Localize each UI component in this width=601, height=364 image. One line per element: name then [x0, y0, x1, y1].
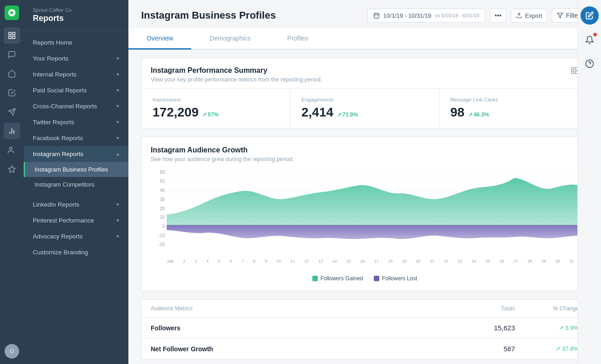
- tab-overview[interactable]: Overview: [128, 28, 191, 50]
- user-avatar[interactable]: U: [5, 344, 19, 359]
- metrics-row: Impressions 172,209 57% Engagements 2,41…: [142, 88, 588, 128]
- main-content: Instagram Business Profiles 10/1/19 - 10…: [128, 0, 601, 364]
- svg-rect-20: [571, 71, 574, 74]
- company-name: Sprout Coffee Co.: [33, 7, 119, 13]
- svg-rect-18: [571, 67, 574, 70]
- chart-title: Instagram Audience Growth: [151, 146, 579, 154]
- table-row: Net Follower Growth 587 37.8%: [142, 339, 588, 359]
- sidebar-item-customize-branding[interactable]: Customize Branding: [24, 244, 128, 260]
- legend-teal-dot: [312, 276, 318, 281]
- nav-reviews-icon[interactable]: [4, 161, 20, 177]
- sidebar-header: Sprout Coffee Co. Reports: [24, 0, 128, 31]
- section-title: Reports: [33, 14, 119, 23]
- x-axis: 1 2 3 4 5 6 7 8 9 10 11 12 13 14: [167, 256, 579, 270]
- filter-icon: [557, 12, 563, 19]
- sidebar-item-paid-social[interactable]: Paid Social Reports ▾: [24, 82, 128, 98]
- chart-legend: Followers Gained Followers Lost: [151, 275, 579, 282]
- svg-rect-1: [9, 32, 11, 35]
- nav-publish-icon[interactable]: [4, 104, 20, 120]
- sidebar-nav: Reports Home Your Reports ▾ Internal Rep…: [24, 31, 128, 264]
- date-range-button[interactable]: 10/1/19 - 10/31/19 vs 6/15/19 - 6/31/19: [367, 9, 485, 23]
- sidebar: Sprout Coffee Co. Reports Reports Home Y…: [24, 0, 128, 364]
- content-area: Instagram Performance Summary View your …: [128, 58, 601, 364]
- bell-icon: [585, 35, 594, 45]
- right-panel: [577, 0, 601, 364]
- legend-followers-lost: Followers Lost: [374, 275, 417, 282]
- sidebar-item-facebook-reports[interactable]: Facebook Reports ▾: [24, 130, 128, 146]
- topbar-controls: 10/1/19 - 10/31/19 vs 6/15/19 - 6/31/19 …: [367, 8, 588, 23]
- chevron-up-icon: ▴: [117, 151, 119, 157]
- nav-analytics-icon[interactable]: [4, 123, 20, 139]
- svg-point-10: [10, 147, 12, 150]
- sidebar-item-your-reports[interactable]: Your Reports ▾: [24, 51, 128, 66]
- chevron-icon: ▾: [117, 233, 119, 239]
- svg-marker-17: [557, 13, 563, 18]
- notification-badge: [593, 33, 597, 36]
- y-axis: 60 50 40 30 20 10 0 -10 -20: [151, 170, 167, 247]
- sidebar-item-internal-reports[interactable]: Internal Reports ▾: [24, 66, 128, 82]
- export-icon: [516, 12, 522, 19]
- app-logo[interactable]: [5, 5, 19, 20]
- tab-profiles[interactable]: Profiles: [269, 28, 327, 50]
- card-header: Instagram Performance Summary View your …: [142, 58, 588, 88]
- help-icon: [585, 59, 594, 68]
- sidebar-item-twitter-reports[interactable]: Twitter Reports ▾: [24, 114, 128, 130]
- chart-area: 60 50 40 30 20 10 0 -10 -20 1 2 3: [151, 170, 579, 270]
- table-row: Followers 15,623 3.9%: [142, 318, 588, 339]
- sidebar-item-reports-home[interactable]: Reports Home: [24, 35, 128, 51]
- sidebar-item-cross-channel[interactable]: Cross-Channel Reports ▾: [24, 98, 128, 114]
- audience-metrics-table: Audience Metrics Totals % Change Followe…: [141, 299, 588, 359]
- chevron-icon: ▾: [117, 135, 119, 141]
- audience-growth-card: Instagram Audience Growth See how your a…: [141, 136, 588, 291]
- help-button[interactable]: [581, 56, 598, 72]
- metric-engagements: Engagements 2,414 71.9%: [290, 89, 439, 128]
- page-title: Instagram Business Profiles: [141, 10, 276, 21]
- chevron-icon: ▾: [117, 71, 119, 77]
- sidebar-item-pinterest-performance[interactable]: Pinterest Performance ▾: [24, 212, 128, 228]
- tabs-bar: Overview Demographics Profiles: [128, 28, 601, 50]
- pencil-icon: [586, 11, 594, 20]
- edit-button[interactable]: [581, 6, 599, 25]
- metric-impressions: Impressions 172,209 57%: [142, 89, 290, 128]
- card-title: Instagram Performance Summary: [151, 66, 322, 75]
- legend-followers-gained: Followers Gained: [312, 275, 363, 282]
- tab-demographics[interactable]: Demographics: [191, 28, 269, 50]
- chevron-icon: ▾: [117, 202, 119, 207]
- chevron-icon: ▾: [117, 87, 119, 93]
- card-subtitle: View your key profile performance metric…: [151, 76, 322, 83]
- performance-summary-card: Instagram Performance Summary View your …: [141, 58, 588, 128]
- sidebar-item-instagram-reports[interactable]: Instagram Reports ▴: [24, 146, 128, 162]
- svg-rect-12: [374, 13, 379, 18]
- table-header: Audience Metrics Totals % Change: [142, 300, 588, 318]
- svg-rect-3: [9, 36, 11, 39]
- audience-growth-chart: [167, 170, 579, 247]
- sidebar-item-instagram-business-profiles[interactable]: Instagram Business Profiles: [24, 162, 128, 177]
- chevron-icon: ▾: [117, 217, 119, 223]
- chevron-icon: ▾: [117, 56, 119, 61]
- svg-rect-4: [13, 36, 15, 39]
- nav-tasks-icon[interactable]: [4, 85, 20, 101]
- chart-subtitle: See how your audience grew during the re…: [151, 156, 579, 162]
- icon-rail: U: [0, 0, 24, 364]
- calendar-icon: [373, 12, 380, 19]
- notifications-button[interactable]: [581, 32, 598, 48]
- legend-purple-dot: [374, 276, 379, 281]
- svg-rect-2: [13, 32, 15, 35]
- chevron-icon: ▾: [117, 103, 119, 109]
- metric-message-link-clicks: Message Link Clicks 98 46.3%: [439, 89, 588, 128]
- more-options-button[interactable]: •••: [490, 8, 507, 23]
- svg-marker-11: [9, 166, 15, 172]
- export-button[interactable]: Export: [511, 9, 547, 23]
- topbar: Instagram Business Profiles 10/1/19 - 10…: [128, 0, 601, 28]
- sidebar-item-advocacy-reports[interactable]: Advocacy Reports ▾: [24, 228, 128, 244]
- sidebar-item-instagram-competitors[interactable]: Instagram Competitors: [24, 177, 128, 192]
- sidebar-item-linkedin-reports[interactable]: LinkedIn Reports ▾: [24, 197, 128, 212]
- chevron-icon: ▾: [117, 119, 119, 125]
- nav-home-icon[interactable]: [4, 27, 20, 44]
- x-axis-month: Jan: [167, 259, 173, 263]
- nav-inbox-icon[interactable]: [4, 46, 20, 63]
- nav-people-icon[interactable]: [4, 142, 20, 158]
- nav-feed-icon[interactable]: [4, 66, 20, 82]
